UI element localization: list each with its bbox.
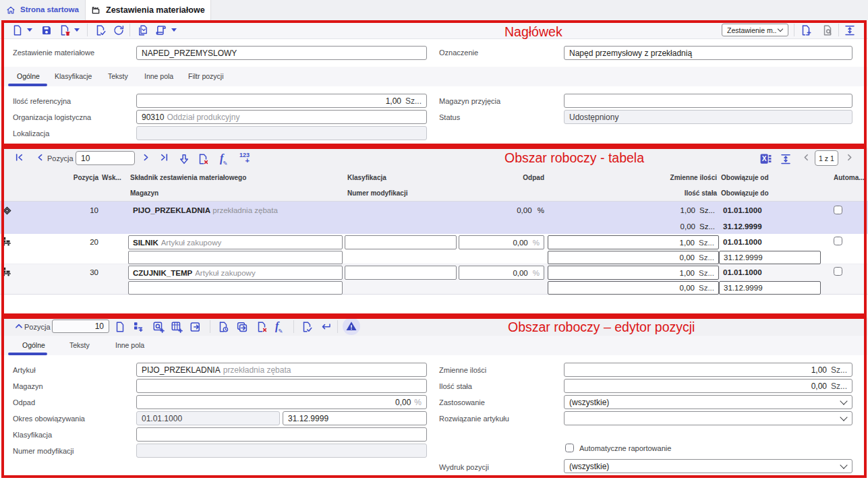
row2-valid-to-input[interactable]: 31.12.9999 (719, 251, 821, 264)
new-document-button[interactable] (11, 24, 24, 36)
row3-warehouse-input[interactable] (128, 281, 343, 295)
warehouse-input[interactable] (136, 379, 427, 393)
refresh-button[interactable] (113, 24, 125, 36)
col-header-position[interactable]: Pozycja (45, 174, 98, 181)
row3-automatic-checkbox[interactable] (834, 267, 842, 276)
save-button[interactable] (40, 24, 53, 36)
add-search-button[interactable] (152, 321, 165, 333)
delete-position-button[interactable] (256, 321, 268, 333)
table-row-height-button[interactable] (780, 153, 792, 165)
row2-fixed-qty-input[interactable]: 0,00 Sz... (548, 251, 719, 264)
header-tab-classifications[interactable]: Klasyfikacje (55, 72, 92, 80)
row-height-button[interactable] (844, 24, 856, 36)
excel-export-icon[interactable]: X (759, 152, 772, 165)
valid-to-input[interactable]: 31.12.9999 (283, 411, 427, 425)
row1-var-qty-unit: Sz... (699, 206, 715, 214)
col-header-waste[interactable]: Odpad (477, 174, 544, 181)
next-row-button[interactable] (142, 153, 150, 162)
article-input[interactable]: PIJO_PRZEKLADNIA przekładnia zębata (136, 363, 427, 377)
col-header-mod-number[interactable]: Numer modyfikacji (347, 189, 407, 197)
row2-var-qty-input[interactable]: 1,00 Sz... (548, 235, 719, 249)
classification-input[interactable] (136, 427, 427, 442)
export-copies-button[interactable] (137, 24, 149, 36)
designation-input[interactable]: Napęd przemysłowy z przekładnią (564, 46, 852, 60)
last-row-button[interactable] (160, 153, 169, 162)
print-scroll-button[interactable] (155, 24, 167, 36)
col-header-warehouse[interactable]: Magazyn (130, 189, 158, 197)
logistics-org-input[interactable]: 90310 Oddział produkcyjny (136, 110, 427, 124)
header-tab-texts[interactable]: Teksty (108, 72, 128, 80)
insert-box-button[interactable] (190, 321, 202, 333)
first-row-button[interactable] (15, 153, 24, 162)
col-header-component[interactable]: Składnik zestawienia materiałowego (130, 174, 246, 181)
row3-waste-input[interactable]: 0,00 % (459, 266, 544, 280)
col-header-indicator[interactable]: Wsk... (102, 174, 121, 181)
add-structure-button[interactable] (132, 321, 144, 333)
col-header-var-qty[interactable]: Zmienne ilości (649, 174, 717, 181)
page-next-icon[interactable] (845, 153, 854, 162)
col-header-valid-from[interactable]: Obowiązuje od (721, 174, 769, 181)
row3-classification-input[interactable] (345, 266, 457, 280)
previous-row-button[interactable] (36, 153, 45, 162)
editor-tab-other-fields[interactable]: Inne pola (115, 341, 144, 349)
add-table-button[interactable] (171, 321, 183, 333)
chevron-down-icon (840, 413, 847, 421)
page-previous-icon[interactable] (802, 153, 811, 162)
row3-var-qty-input[interactable]: 1,00 Sz... (548, 266, 719, 280)
move-down-button[interactable] (178, 153, 190, 165)
editor-position-input[interactable]: 10 (52, 320, 109, 333)
col-header-classification[interactable]: Klasyfikacja (347, 174, 386, 181)
row3-valid-to-input[interactable]: 31.12.9999 (719, 281, 821, 295)
row3-fixed-qty-input[interactable]: 0,00 Sz... (548, 281, 719, 295)
row1-automatic-checkbox[interactable] (834, 206, 842, 214)
usage-select[interactable]: (wszystkie) (564, 395, 852, 409)
toolbar-separator (838, 24, 839, 36)
verify-document-button[interactable] (94, 24, 107, 36)
article-resolution-select[interactable] (564, 411, 852, 425)
tab-bill-of-materials[interactable]: Zestawienia materiałowe (85, 0, 211, 20)
delete-dropdown-caret[interactable] (74, 28, 80, 32)
warning-indicator[interactable] (343, 317, 360, 335)
delete-row-button[interactable] (197, 153, 209, 165)
return-button[interactable] (320, 321, 332, 333)
ref-qty-input[interactable]: 1,00 Sz... (136, 94, 427, 108)
col-header-automatic[interactable]: Automa... (834, 174, 865, 181)
var-qty-input[interactable]: 1,00 Sz... (564, 363, 852, 377)
editor-tab-texts[interactable]: Teksty (69, 341, 90, 349)
row3-component-input[interactable]: CZUJNIK_TEMP Artykuł zakupowy (128, 266, 343, 280)
position-print-select[interactable]: (wszystkie) (564, 459, 852, 473)
print-dropdown-caret[interactable] (171, 28, 177, 32)
row2-component-input[interactable]: SILNIK Artykuł zakupowy (128, 235, 343, 249)
row1-valid-from: 01.01.1000 (723, 206, 762, 214)
row2-classification-input[interactable] (345, 235, 457, 249)
row2-automatic-checkbox[interactable] (834, 237, 842, 245)
receipt-warehouse-input[interactable] (564, 94, 852, 108)
col-header-fixed-qty[interactable]: Ilość stała (649, 189, 717, 197)
fixed-qty-input[interactable]: 0,00 Sz... (564, 379, 852, 393)
new-position-button[interactable] (114, 321, 126, 333)
header-tab-position-filter[interactable]: Filtr pozycji (188, 72, 224, 80)
history-document-button[interactable] (217, 321, 229, 333)
waste-input[interactable]: 0,00 % (136, 395, 427, 409)
new-record-button[interactable] (800, 24, 812, 36)
tab-home[interactable]: Strona startowa (0, 0, 85, 20)
editor-tab-general[interactable]: Ogólne (22, 341, 45, 349)
row2-waste-input[interactable]: 0,00 % (459, 235, 544, 249)
table-position-input[interactable]: 10 (76, 151, 135, 165)
bom-input[interactable]: NAPED_PRZEMYSLOWY (136, 46, 427, 60)
formula-edit-button[interactable]: f✎ (220, 152, 228, 164)
copy-swap-button[interactable] (236, 321, 248, 333)
col-header-valid-to[interactable]: Obowiązuje do (721, 189, 769, 197)
header-tab-other-fields[interactable]: Inne pola (144, 72, 173, 80)
delete-document-button[interactable] (59, 24, 71, 36)
confirm-position-button[interactable] (301, 321, 313, 333)
renumber-button[interactable]: 123+ (239, 153, 250, 164)
position-formula-button[interactable]: f✎ (275, 320, 283, 332)
row2-warehouse-input[interactable] (128, 251, 343, 264)
new-document-dropdown-caret[interactable] (27, 28, 32, 32)
doc-type-select[interactable]: Zestawienie m... (722, 24, 788, 36)
search-document-button[interactable] (821, 24, 834, 36)
collapse-editor-icon[interactable] (14, 322, 24, 331)
auto-report-checkbox[interactable] (565, 444, 574, 452)
header-tab-general[interactable]: Ogólne (17, 72, 40, 80)
